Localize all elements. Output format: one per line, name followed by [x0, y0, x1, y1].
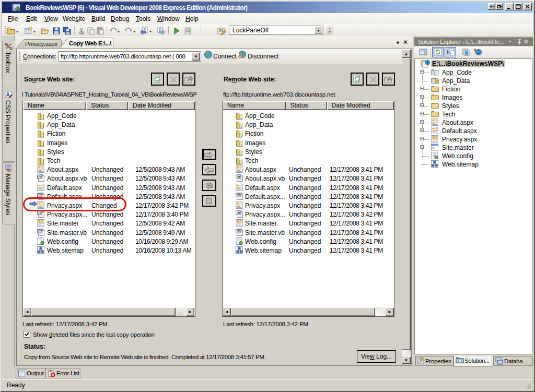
svg-text:B: B: [238, 193, 241, 197]
svg-text:B: B: [40, 175, 42, 179]
svg-text:B: B: [40, 193, 42, 197]
svg-text:B: B: [238, 211, 241, 215]
svg-text:B: B: [238, 229, 241, 233]
svg-text:Copy Web E:\...\: Copy Web E:\...\: [69, 40, 112, 46]
svg-text:Privacy.aspx: Privacy.aspx: [25, 41, 57, 47]
svg-text:B: B: [40, 229, 42, 233]
svg-text:B: B: [40, 211, 42, 215]
svg-text:B: B: [238, 175, 241, 179]
